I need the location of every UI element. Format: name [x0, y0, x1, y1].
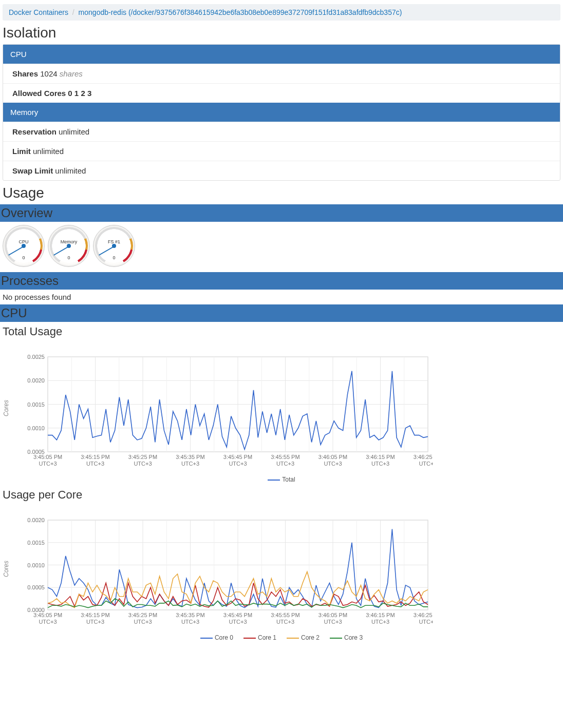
- processes-empty: No processes found: [3, 293, 560, 301]
- gauges-row: CPU0Memory0FS #10: [3, 225, 560, 267]
- svg-text:UTC+3: UTC+3: [134, 619, 152, 625]
- svg-text:UTC+3: UTC+3: [39, 619, 57, 625]
- svg-text:3:46:25 PM: 3:46:25 PM: [414, 454, 433, 460]
- usage-title: Usage: [3, 185, 560, 201]
- svg-text:0.0020: 0.0020: [27, 377, 45, 384]
- svg-text:0.0005: 0.0005: [27, 584, 45, 590]
- svg-text:UTC+3: UTC+3: [134, 461, 152, 467]
- legend-item: Core 2: [287, 634, 320, 641]
- svg-text:UTC+3: UTC+3: [86, 619, 104, 625]
- svg-text:0.0010: 0.0010: [27, 425, 45, 431]
- legend-item: Core 3: [330, 634, 363, 641]
- percore-usage-title: Usage per Core: [3, 488, 560, 502]
- svg-text:3:45:35 PM: 3:45:35 PM: [176, 454, 204, 460]
- svg-text:3:46:05 PM: 3:46:05 PM: [318, 454, 347, 460]
- chart-legend: Total: [3, 476, 560, 483]
- total-usage-chart: Cores0.00050.00100.00150.00200.00253:45:…: [3, 341, 560, 483]
- svg-text:UTC+3: UTC+3: [371, 619, 389, 625]
- svg-text:3:46:15 PM: 3:46:15 PM: [366, 612, 395, 618]
- legend-item: Core 1: [243, 634, 276, 641]
- total-usage-title: Total Usage: [3, 325, 560, 338]
- percore-usage-ylabel: Cores: [3, 561, 10, 577]
- overview-header: Overview: [0, 204, 563, 222]
- cpu-cores-row: Allowed Cores 0 1 2 3: [3, 83, 560, 103]
- cpu-shares-row: Shares 1024 shares: [3, 64, 560, 83]
- gauge: FS #10: [93, 225, 135, 267]
- chart-legend: Core 0Core 1Core 2Core 3: [3, 634, 560, 641]
- cpu-usage-header: CPU: [0, 304, 563, 322]
- legend-item: Total: [268, 476, 295, 483]
- processes-header: Processes: [0, 272, 563, 290]
- breadcrumb-root[interactable]: Docker Containers: [9, 8, 68, 16]
- svg-text:3:45:05 PM: 3:45:05 PM: [33, 612, 62, 618]
- total-usage-ylabel: Cores: [3, 400, 10, 416]
- svg-text:UTC+3: UTC+3: [276, 461, 294, 467]
- cpu-panel-header: CPU: [3, 45, 560, 64]
- svg-text:UTC+3: UTC+3: [419, 619, 433, 625]
- legend-item: Core 0: [200, 634, 233, 641]
- svg-text:3:46:15 PM: 3:46:15 PM: [366, 454, 395, 460]
- breadcrumb: Docker Containers / mongodb-redis (/dock…: [3, 4, 560, 21]
- svg-text:3:45:25 PM: 3:45:25 PM: [128, 454, 157, 460]
- gauge: CPU0: [3, 225, 45, 267]
- cpu-panel: CPU Shares 1024 shares Allowed Cores 0 1…: [3, 44, 560, 181]
- mem-limit-value: unlimited: [33, 147, 64, 156]
- percore-usage-chart: Cores0.00000.00050.00100.00150.00203:45:…: [3, 505, 560, 641]
- mem-limit-label: Limit: [12, 147, 31, 156]
- mem-reservation-label: Reservation: [12, 127, 57, 136]
- mem-swap-row: Swap Limit unlimited: [3, 161, 560, 180]
- svg-text:UTC+3: UTC+3: [324, 461, 342, 467]
- cpu-shares-label: Shares: [12, 69, 38, 78]
- svg-text:3:46:05 PM: 3:46:05 PM: [318, 612, 347, 618]
- cpu-shares-value: 1024: [40, 69, 57, 78]
- svg-text:0.0015: 0.0015: [27, 401, 45, 408]
- svg-text:UTC+3: UTC+3: [181, 461, 199, 467]
- svg-text:3:45:45 PM: 3:45:45 PM: [223, 454, 252, 460]
- svg-text:UTC+3: UTC+3: [39, 461, 57, 467]
- mem-swap-value: unlimited: [55, 166, 86, 175]
- svg-text:UTC+3: UTC+3: [324, 619, 342, 625]
- cpu-cores-value: 0 1 2 3: [68, 89, 91, 98]
- breadcrumb-sep: /: [72, 8, 74, 16]
- svg-text:UTC+3: UTC+3: [86, 461, 104, 467]
- mem-limit-row: Limit unlimited: [3, 141, 560, 161]
- mem-reservation-value: unlimited: [59, 127, 89, 136]
- svg-text:UTC+3: UTC+3: [181, 619, 199, 625]
- gauge: Memory0: [48, 225, 90, 267]
- breadcrumb-current[interactable]: mongodb-redis (/docker/9375676f384615942…: [79, 8, 402, 16]
- memory-panel-header: Memory: [3, 103, 560, 122]
- svg-text:UTC+3: UTC+3: [229, 461, 247, 467]
- mem-reservation-row: Reservation unlimited: [3, 122, 560, 141]
- svg-text:3:45:15 PM: 3:45:15 PM: [81, 612, 109, 618]
- svg-text:UTC+3: UTC+3: [229, 619, 247, 625]
- gauge-zero: 0: [48, 255, 89, 260]
- percore-usage-svg: 0.00000.00050.00100.00150.00203:45:05 PM…: [12, 505, 433, 633]
- svg-text:UTC+3: UTC+3: [419, 461, 433, 467]
- svg-text:3:45:15 PM: 3:45:15 PM: [81, 454, 109, 460]
- svg-text:3:46:25 PM: 3:46:25 PM: [414, 612, 433, 618]
- cpu-cores-label: Allowed Cores: [12, 89, 66, 98]
- cpu-shares-unit: shares: [60, 69, 83, 78]
- gauge-zero: 0: [3, 255, 44, 260]
- svg-text:0.0010: 0.0010: [27, 562, 45, 568]
- svg-text:3:45:55 PM: 3:45:55 PM: [271, 454, 299, 460]
- svg-text:3:45:45 PM: 3:45:45 PM: [223, 612, 252, 618]
- svg-text:3:45:55 PM: 3:45:55 PM: [271, 612, 299, 618]
- total-usage-svg: 0.00050.00100.00150.00200.00253:45:05 PM…: [12, 341, 433, 475]
- mem-swap-label: Swap Limit: [12, 166, 53, 175]
- svg-text:3:45:05 PM: 3:45:05 PM: [33, 454, 62, 460]
- svg-text:0.0020: 0.0020: [27, 517, 45, 523]
- gauge-zero: 0: [93, 255, 135, 260]
- isolation-title: Isolation: [3, 25, 560, 41]
- svg-text:3:45:35 PM: 3:45:35 PM: [176, 612, 204, 618]
- svg-text:UTC+3: UTC+3: [371, 461, 389, 467]
- svg-text:UTC+3: UTC+3: [276, 619, 294, 625]
- svg-text:0.0025: 0.0025: [27, 354, 45, 360]
- svg-text:3:45:25 PM: 3:45:25 PM: [128, 612, 157, 618]
- svg-text:0.0015: 0.0015: [27, 540, 45, 546]
